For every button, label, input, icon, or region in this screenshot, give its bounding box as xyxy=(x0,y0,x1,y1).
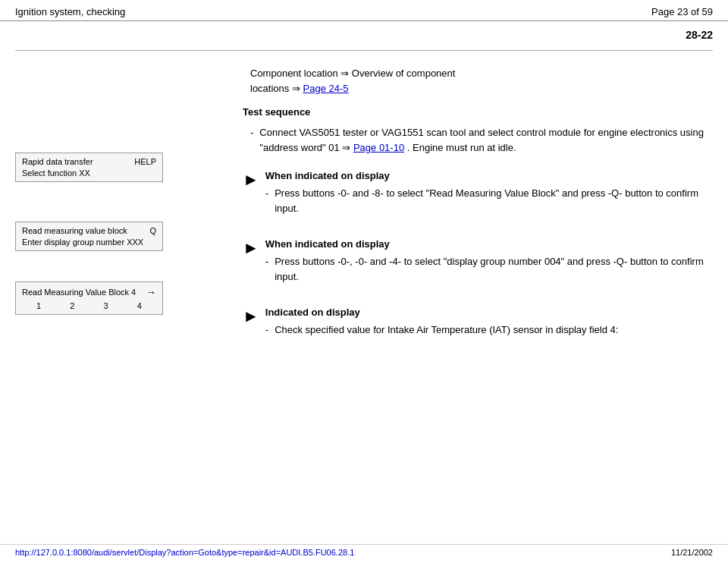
screen-label-rapid: Rapid data transfer xyxy=(22,157,93,166)
arrow-indicator-2: ► xyxy=(243,238,259,258)
page-header: Ignition system, checking Page 23 of 59 xyxy=(0,0,728,21)
footer-date: 11/21/2002 xyxy=(671,548,713,557)
value-block-title: Read Measuring Value Block 4 xyxy=(22,288,136,297)
test-sequence-heading: Test sequence xyxy=(243,106,713,118)
instruction-1-bullet: - Press buttons -0- and -8- to select "R… xyxy=(265,186,713,215)
arrow-icon-3: ► xyxy=(243,307,259,326)
value-block-numbers: 1 2 3 4 xyxy=(22,301,156,310)
indicated-on-display: Indicated on display xyxy=(265,307,619,318)
instruction-3-bullet: - Check specified value for Intake Air T… xyxy=(265,322,619,338)
arrow-right-icon: → xyxy=(146,286,156,298)
when-indicated-1: When indicated on display xyxy=(265,170,713,181)
value-num-3: 3 xyxy=(104,301,108,310)
instruction-2-right: ► When indicated on display - Press butt… xyxy=(243,238,713,291)
left-column: Rapid data transfer HELP Select function… xyxy=(15,66,228,360)
when-indicated-2: When indicated on display xyxy=(265,238,713,250)
component-location-line2: locations ⇒ xyxy=(250,83,300,94)
page-footer: http://127.0.0.1:8080/audi/servlet/Displ… xyxy=(0,544,728,557)
screen-box-rapid-transfer: Rapid data transfer HELP Select function… xyxy=(15,153,163,182)
screen-box-row-2: Read measuring value block Q xyxy=(22,226,156,235)
arrow-indicator-3: ► xyxy=(243,307,259,326)
bullet-dash-connect: - xyxy=(250,125,253,140)
bullet-dash-3: - xyxy=(265,322,268,338)
instruction-1-right: ► When indicated on display - Press butt… xyxy=(243,170,713,223)
main-content: Rapid data transfer HELP Select function… xyxy=(0,58,728,368)
footer-url[interactable]: http://127.0.0.1:8080/audi/servlet/Displ… xyxy=(15,548,354,557)
right-column: Component location ⇒ Overview of compone… xyxy=(228,66,713,360)
screen-help: HELP xyxy=(134,157,156,166)
component-location-line1: Component location ⇒ Overview of compone… xyxy=(250,68,455,79)
screen-q: Q xyxy=(149,226,156,235)
section-number: 28-22 xyxy=(0,21,728,46)
page-number: Page 23 of 59 xyxy=(651,6,713,17)
component-location: Component location ⇒ Overview of compone… xyxy=(243,66,713,96)
instruction-1-text: Press buttons -0- and -8- to select "Rea… xyxy=(275,186,713,215)
connect-bullet: - Connect VAS5051 tester or VAG1551 scan… xyxy=(243,125,713,155)
arrow-indicator-1: ► xyxy=(243,170,259,190)
screen-box-row-1: Rapid data transfer HELP xyxy=(22,157,156,166)
connect-text: Connect VAS5051 tester or VAG1551 scan t… xyxy=(259,125,713,155)
page-01-10-link[interactable]: Page 01-10 xyxy=(353,142,404,153)
bullet-dash-2: - xyxy=(265,254,268,269)
value-num-1: 1 xyxy=(36,301,41,310)
instruction-3-right: ► Indicated on display - Check specified… xyxy=(243,307,713,345)
page-24-5-link[interactable]: Page 24-5 xyxy=(303,83,349,94)
screen-box-value-block: Read Measuring Value Block 4 → 1 2 3 4 xyxy=(15,282,163,315)
bullet-dash-1: - xyxy=(265,186,268,201)
instruction-2-text: Press buttons -0-, -0- and -4- to select… xyxy=(275,254,713,284)
screen-box-read-measuring: Read measuring value block Q Enter displ… xyxy=(15,222,163,251)
instruction-2-bullet: - Press buttons -0-, -0- and -4- to sele… xyxy=(265,254,713,284)
document-title: Ignition system, checking xyxy=(15,6,125,17)
screen-label-group: Enter display group number XXX xyxy=(22,237,156,247)
value-block-title-row: Read Measuring Value Block 4 → xyxy=(22,286,156,298)
screen-label-read: Read measuring value block xyxy=(22,226,127,235)
screen-label-function: Select function XX xyxy=(22,168,156,178)
arrow-icon-1: ► xyxy=(243,170,259,189)
instruction-2-content: When indicated on display - Press button… xyxy=(265,238,713,291)
arrow-icon-2: ► xyxy=(243,238,259,257)
instruction-3-text: Check specified value for Intake Air Tem… xyxy=(275,322,618,338)
divider xyxy=(15,50,713,51)
instruction-3-content: Indicated on display - Check specified v… xyxy=(265,307,619,345)
instruction-1-content: When indicated on display - Press button… xyxy=(265,170,713,223)
value-num-4: 4 xyxy=(137,301,142,310)
value-num-2: 2 xyxy=(70,301,74,310)
